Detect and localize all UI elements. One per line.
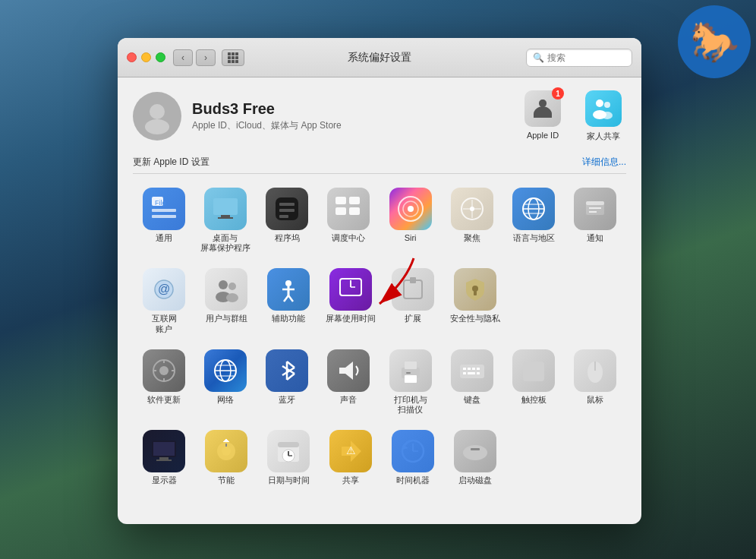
icon-item-internet[interactable]: @互联网 账户 — [133, 264, 195, 338]
svg-rect-93 — [156, 460, 172, 461]
lang-icon — [512, 188, 555, 230]
icon-item-sharing[interactable]: ⚠共享 — [320, 425, 382, 490]
sharing-icon: ⚠ — [329, 430, 372, 472]
general-icon: File — [143, 188, 185, 230]
svg-point-4 — [596, 99, 603, 107]
icon-item-desktop[interactable]: 桌面与 屏幕保护程序 — [194, 183, 256, 257]
icon-item-security[interactable]: 安全性与隐私 — [444, 264, 506, 338]
icon-item-startup[interactable]: 启动磁盘 — [444, 425, 506, 490]
svg-rect-23 — [349, 207, 360, 215]
focus-icon — [451, 188, 493, 230]
content-area: Buds3 Free Apple ID、iCloud、媒体与 App Store… — [118, 77, 641, 502]
minimize-button[interactable] — [141, 52, 151, 62]
svg-point-26 — [408, 206, 414, 212]
access-icon — [267, 268, 310, 311]
system-preferences-window: ‹ › 系统偏好设置 🔍 — [118, 38, 641, 524]
icon-item-software[interactable]: 软件更新 — [133, 345, 194, 419]
update-bar: 更新 Apple ID 设置 详细信息... — [133, 151, 626, 174]
family-sharing-action[interactable]: 家人共享 — [581, 90, 626, 142]
icon-item-users[interactable]: 用户与群组 — [195, 264, 257, 338]
icon-item-display[interactable]: 显示器 — [133, 425, 195, 490]
svg-rect-17 — [279, 203, 295, 206]
svg-rect-83 — [477, 368, 480, 370]
svg-rect-57 — [474, 291, 477, 295]
icon-item-keyboard[interactable]: 键盘 — [441, 345, 502, 419]
svg-line-50 — [288, 295, 293, 302]
trackpad-icon — [512, 349, 555, 392]
apple-id-icon-wrap: 1 — [524, 90, 562, 128]
svg-line-49 — [284, 295, 288, 302]
software-icon — [143, 349, 185, 392]
icon-item-focus[interactable]: 聚焦 — [441, 183, 502, 257]
notif-label: 通知 — [587, 233, 603, 243]
icon-item-appstore[interactable]: 程序坞 — [257, 183, 318, 257]
svg-text:@: @ — [158, 283, 170, 295]
icon-item-trackpad[interactable]: 触控板 — [503, 345, 565, 419]
svg-rect-22 — [335, 207, 346, 215]
svg-rect-78 — [406, 372, 411, 374]
svg-rect-84 — [463, 372, 466, 374]
svg-point-43 — [228, 283, 236, 290]
forward-button[interactable]: › — [196, 49, 216, 66]
svg-point-7 — [602, 112, 613, 119]
datetime-label: 日期与时间 — [268, 475, 310, 485]
network-icon — [204, 349, 247, 392]
users-label: 用户与群组 — [206, 314, 247, 324]
icon-item-siri[interactable]: Siri — [380, 183, 441, 257]
apple-id-action[interactable]: 1 Apple ID — [520, 90, 565, 140]
svg-point-30 — [470, 207, 474, 211]
search-box[interactable]: 🔍 — [526, 49, 632, 67]
battery-icon — [205, 430, 247, 472]
icon-item-lang[interactable]: 语言与地区 — [503, 183, 565, 257]
icon-item-screentime[interactable]: 屏幕使用时间 — [320, 264, 382, 338]
svg-point-108 — [463, 445, 487, 460]
icon-item-mouse[interactable]: 鼠标 — [565, 345, 626, 419]
sound-label: 声音 — [340, 395, 357, 405]
icon-item-timemachine[interactable]: 时间机器 — [382, 425, 444, 490]
close-button[interactable] — [127, 52, 137, 62]
screentime-icon — [329, 268, 372, 311]
svg-rect-85 — [468, 372, 475, 374]
appstore-icon — [266, 188, 308, 230]
family-icon — [585, 90, 622, 127]
lang-label: 语言与地区 — [513, 233, 555, 243]
svg-rect-19 — [279, 215, 288, 218]
timemachine-label: 时间机器 — [396, 475, 430, 485]
mission-icon — [327, 188, 370, 230]
maximize-button[interactable] — [156, 52, 165, 62]
icon-item-general[interactable]: File通用 — [133, 183, 194, 257]
svg-rect-91 — [153, 442, 175, 456]
desktop-icon — [204, 188, 247, 230]
icon-item-notif[interactable]: 通知 — [565, 183, 626, 257]
grid-view-button[interactable] — [222, 49, 244, 66]
window-title: 系统偏好设置 — [348, 51, 411, 65]
icon-item-printer[interactable]: 打印机与 扫描仪 — [380, 345, 441, 419]
internet-icon: @ — [143, 268, 185, 311]
svg-rect-12 — [213, 198, 238, 215]
icon-item-datetime[interactable]: 日期与时间 — [257, 425, 320, 490]
battery-label: 节能 — [218, 475, 235, 485]
detail-link[interactable]: 详细信息... — [582, 156, 626, 169]
nav-buttons: ‹ › — [173, 49, 244, 66]
icon-item-bluetooth[interactable]: 蓝牙 — [257, 345, 318, 419]
svg-point-46 — [285, 280, 291, 286]
svg-rect-98 — [278, 442, 299, 447]
back-button[interactable]: ‹ — [173, 49, 193, 66]
svg-point-59 — [159, 366, 169, 375]
keyboard-icon — [451, 349, 493, 392]
icon-item-mission[interactable]: 调度中心 — [318, 183, 380, 257]
siri-icon — [389, 188, 432, 230]
svg-point-3 — [145, 119, 169, 134]
icon-item-battery[interactable]: 节能 — [195, 425, 257, 490]
svg-rect-10 — [152, 215, 176, 218]
svg-marker-74 — [339, 362, 353, 380]
icon-item-network[interactable]: 网络 — [194, 345, 256, 419]
icon-item-sound[interactable]: 声音 — [318, 345, 380, 419]
keyboard-label: 键盘 — [464, 395, 480, 405]
icon-item-extension[interactable]: 扩展 — [382, 264, 444, 338]
apple-id-label: Apple ID — [527, 131, 559, 140]
icon-item-access[interactable]: 辅助功能 — [257, 264, 320, 338]
svg-rect-37 — [586, 201, 604, 205]
search-input[interactable] — [547, 52, 625, 63]
svg-rect-77 — [405, 375, 417, 383]
